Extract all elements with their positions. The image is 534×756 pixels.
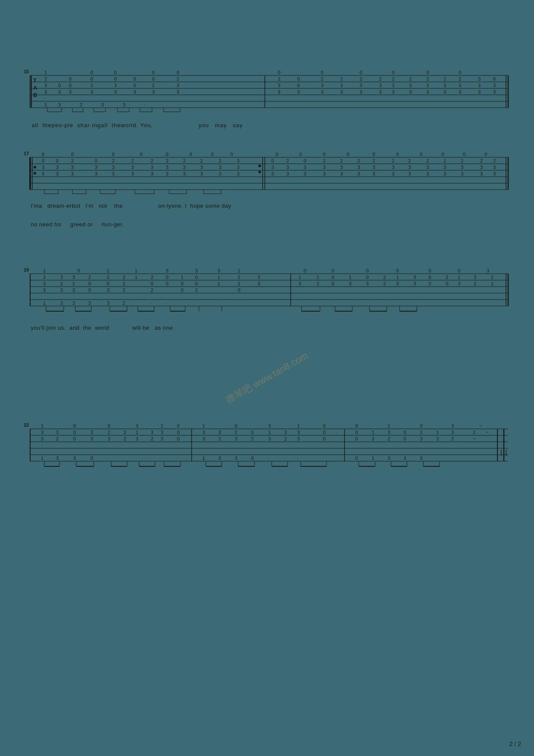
svg-text:3: 3 <box>340 89 343 94</box>
svg-text:·: · <box>268 456 270 461</box>
svg-text:3: 3 <box>366 281 369 286</box>
svg-text:3: 3 <box>107 287 109 293</box>
svg-text:3: 3 <box>235 436 237 441</box>
svg-text:1: 1 <box>41 423 43 428</box>
svg-text:3: 3 <box>42 171 44 176</box>
svg-text:3: 3 <box>112 171 115 176</box>
svg-text:2: 2 <box>444 158 446 163</box>
svg-text:3: 3 <box>56 165 59 170</box>
svg-text:3: 3 <box>60 300 63 306</box>
svg-text:3: 3 <box>420 456 422 461</box>
svg-text:2: 2 <box>278 76 280 81</box>
svg-text:3: 3 <box>131 171 134 176</box>
svg-text:·: · <box>41 443 42 448</box>
svg-text:3: 3 <box>73 456 76 461</box>
svg-text:1: 1 <box>238 268 240 273</box>
svg-text:~: ~ <box>479 423 482 428</box>
svg-text:2: 2 <box>80 102 82 107</box>
svg-text:3: 3 <box>58 89 61 94</box>
svg-text:2: 2 <box>183 158 186 163</box>
svg-text:2: 2 <box>151 436 153 441</box>
svg-text:~: ~ <box>486 430 488 435</box>
svg-text:3: 3 <box>258 281 260 286</box>
svg-text:A: A <box>33 84 37 91</box>
svg-text:0: 0 <box>493 76 496 81</box>
svg-text:~: ~ <box>473 436 475 441</box>
svg-text:·: · <box>336 430 337 435</box>
svg-text:2: 2 <box>123 287 125 293</box>
svg-text:0: 0 <box>360 70 362 75</box>
svg-text:3: 3 <box>360 83 362 88</box>
svg-text:0: 0 <box>56 158 59 163</box>
svg-text:2: 2 <box>60 281 63 286</box>
svg-text:3: 3 <box>43 281 46 286</box>
svg-text:3: 3 <box>493 165 496 170</box>
svg-text:0: 0 <box>181 287 183 293</box>
svg-text:2: 2 <box>392 76 394 81</box>
svg-text:2: 2 <box>43 275 46 280</box>
staff-section-17: 17 0 0 0 0 0 0 0 0 0 0 2 <box>24 142 510 194</box>
svg-text:0: 0 <box>151 281 153 286</box>
svg-text:3: 3 <box>72 300 75 306</box>
svg-text:0: 0 <box>134 76 136 81</box>
svg-text:3: 3 <box>408 171 411 176</box>
svg-text:2: 2 <box>131 158 134 163</box>
svg-text:3: 3 <box>123 102 125 107</box>
page: 15 T A B 1 0 0 0 0 2 0 0 0 0 0 2 <box>0 0 534 756</box>
svg-text:3: 3 <box>409 83 412 88</box>
svg-text:2: 2 <box>200 158 203 163</box>
svg-text:2: 2 <box>379 76 382 81</box>
svg-text:3: 3 <box>44 89 47 94</box>
svg-text:1: 1 <box>202 423 205 428</box>
svg-text:0: 0 <box>321 70 323 75</box>
svg-text:2: 2 <box>251 436 254 441</box>
svg-text:0: 0 <box>166 152 168 157</box>
svg-text:3: 3 <box>136 423 138 428</box>
svg-point-123 <box>34 172 36 175</box>
svg-text:3: 3 <box>413 281 416 286</box>
svg-text:2: 2 <box>124 436 126 441</box>
svg-text:3: 3 <box>151 430 153 435</box>
svg-text:1: 1 <box>396 275 399 280</box>
svg-text:3: 3 <box>298 281 301 286</box>
svg-text:0: 0 <box>112 152 115 157</box>
svg-text:3: 3 <box>136 436 138 441</box>
svg-text:0: 0 <box>166 281 168 286</box>
svg-text:3: 3 <box>451 430 454 435</box>
svg-text:3: 3 <box>161 430 163 435</box>
svg-text:3: 3 <box>474 275 476 280</box>
svg-text:0: 0 <box>166 275 168 280</box>
svg-text:3: 3 <box>340 171 343 176</box>
svg-text:3: 3 <box>278 83 280 88</box>
svg-text:3: 3 <box>69 89 71 94</box>
svg-text:3: 3 <box>44 83 47 88</box>
svg-text:2: 2 <box>286 158 289 163</box>
svg-text:3: 3 <box>461 165 463 170</box>
svg-text:0: 0 <box>304 158 306 163</box>
svg-text:0: 0 <box>189 152 192 157</box>
svg-text:3: 3 <box>360 89 362 94</box>
svg-text:2: 2 <box>444 76 446 81</box>
svg-text:0: 0 <box>238 287 240 293</box>
svg-text:0: 0 <box>484 152 487 157</box>
svg-text:0: 0 <box>73 436 76 441</box>
svg-text:3: 3 <box>219 171 221 176</box>
svg-text:1: 1 <box>41 456 43 461</box>
svg-text:3: 3 <box>134 89 136 94</box>
svg-text:3: 3 <box>95 171 97 176</box>
svg-text:2: 2 <box>317 275 319 280</box>
svg-text:3: 3 <box>478 76 481 81</box>
svg-text:0: 0 <box>73 423 76 428</box>
svg-text:3: 3 <box>195 268 198 273</box>
svg-text:·: · <box>166 300 167 306</box>
svg-text:2: 2 <box>493 158 496 163</box>
svg-text:·: · <box>144 102 146 107</box>
svg-text:1: 1 <box>372 430 374 435</box>
svg-text:3: 3 <box>297 430 300 435</box>
svg-text:0: 0 <box>355 436 358 441</box>
svg-text:0: 0 <box>114 76 117 81</box>
svg-text:3: 3 <box>392 165 394 170</box>
lyrics-section-17b: no need for greed or hun-ger. <box>24 215 124 234</box>
svg-text:·: · <box>151 456 152 461</box>
svg-text:0: 0 <box>177 436 180 441</box>
